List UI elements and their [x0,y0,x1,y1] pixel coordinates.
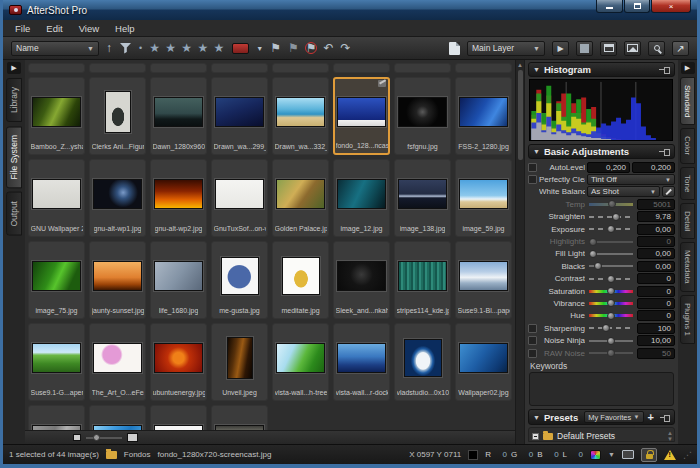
layers-icon[interactable] [449,42,460,55]
value-field[interactable]: 5001 [637,199,675,210]
panel-tab-plugins-1[interactable]: Plugins 1 [680,295,695,344]
slider-thumb[interactable] [589,250,597,258]
thumbnail-cell[interactable] [89,63,146,73]
collapse-triangle-icon[interactable]: ▼ [533,414,540,421]
dual-monitor-icon[interactable] [622,450,634,459]
eyedropper-icon[interactable] [662,186,675,197]
slider-noise-ninja[interactable] [589,340,633,342]
presets-favorites-dropdown[interactable]: My Favorites ▼ [584,411,643,423]
value-field[interactable]: 0 [637,298,675,309]
scroll-down-icon[interactable]: ▼ [667,436,673,442]
color-label-swatch[interactable] [232,43,249,54]
slider-vibrance[interactable] [589,302,633,305]
slider-temp[interactable] [589,203,633,206]
thumbnail-cell[interactable]: vladstudio...0x1004.jpg [394,323,451,401]
slider-thumb[interactable] [607,349,615,357]
value-field[interactable]: 0 [637,236,675,247]
thumbnail-cell[interactable]: gnu-alt-wp2.jpg [150,159,207,237]
thumbnail-cell[interactable]: Clerks Ani...Figure.jpg [89,77,146,155]
flag-finished-icon[interactable]: ⚑ [288,42,299,54]
pin-icon[interactable] [660,414,670,421]
thumbnail-cell[interactable]: Wallpaper02.jpg [455,323,512,401]
slider-thumb[interactable] [607,275,615,283]
slider-thumb[interactable] [612,213,620,221]
slider-thumb[interactable] [594,262,602,270]
filter-icon[interactable] [119,42,132,54]
value-field[interactable]: 0 [637,310,675,321]
slider-thumb[interactable] [589,238,597,246]
thumbnail-cell[interactable] [89,405,146,430]
preset-folder-row[interactable]: Default Presets [532,430,671,442]
thumbnail-cell[interactable]: GnuTuxSof...on-v1.jpg [211,159,268,237]
thumbnail-cell[interactable]: FSS-2_1280.jpg [455,77,512,155]
slider-blacks[interactable] [589,265,633,267]
thumbnail-cell[interactable]: Drawn_wa...299_.jpg [211,77,268,155]
fullscreen-icon[interactable]: ↗ [672,41,689,56]
thumbnail-cell[interactable]: image_12.jpg [333,159,390,237]
image-view-icon[interactable] [624,41,641,56]
checkbox-sharpening[interactable] [528,324,537,333]
thumbnail-cell[interactable]: Dawn_1280x960.jpg [150,77,207,155]
slider-highlights[interactable] [589,241,633,243]
basic-adjustments-header[interactable]: ▼ Basic Adjustments [528,144,675,159]
dropdown-perfectly-clear[interactable]: Tint Off▼ [587,174,675,185]
resize-grip[interactable]: ⋰ [683,450,691,460]
value-field[interactable]: 0,00 [637,224,675,235]
right-panel-expander[interactable]: ▶ [681,62,695,74]
thumbnail-cell[interactable] [28,405,85,430]
color-management-icon[interactable] [590,450,601,460]
large-thumbnails-icon[interactable] [127,433,138,442]
menu-item-help[interactable]: Help [107,21,143,36]
slider-thumb[interactable] [608,200,616,208]
menu-item-file[interactable]: File [7,21,38,36]
thumbnail-cell[interactable]: Sleek_and...nkahn.jpg [333,241,390,319]
slider-thumb[interactable] [607,287,615,295]
thumbnail-cell[interactable]: Suse9.1-G...apers.jpg [28,323,85,401]
warning-icon[interactable] [664,450,676,460]
pin-icon[interactable] [659,66,670,73]
thumbnail-cell[interactable]: ubuntuenergy.jpg [150,323,207,401]
thumbnail-cell[interactable]: stripes114_kde.jpg [394,241,451,319]
thumbnail-cell[interactable]: Unveil.jpeg [211,323,268,401]
scrollbar-thumb[interactable] [518,70,523,160]
collapse-triangle-icon[interactable]: ▼ [533,66,540,73]
thumbnail-cell[interactable]: Golden Palace.jpg [272,159,329,237]
browse-view-icon[interactable] [600,41,617,56]
sidebar-tab-library[interactable]: Library [6,78,22,122]
slider-exposure[interactable] [589,228,633,230]
thumbnail-cell[interactable]: vista-wall...h-tree.jpg [272,323,329,401]
thumbnail-cell[interactable]: image_75.jpg [28,241,85,319]
value-field[interactable]: 0,00 [637,261,675,272]
thumbnail-cell[interactable]: GNU Wallpaper 2.jpg [28,159,85,237]
value-field[interactable]: 9,78 [637,211,675,222]
minimize-button[interactable] [596,0,623,13]
lock-toggle[interactable] [641,448,657,462]
checkbox-autolevel[interactable] [528,163,537,172]
thumbnail-cell[interactable]: me-gusta.jpg [211,241,268,319]
left-panel-expander[interactable]: ▶ [7,62,21,74]
value-field[interactable]: 0 [637,286,675,297]
thumbnail-cell[interactable]: fsfgnu.jpg [394,77,451,155]
thumbnail-cell[interactable] [333,63,390,73]
panel-tab-detail[interactable]: Detail [680,203,695,239]
thumbnail-cell[interactable]: Drawn_wa...332_.jpg [272,77,329,155]
checkbox-perfectly-clear[interactable] [528,175,537,184]
star-rating-icons[interactable]: ★ ★ ★ ★ ★ [149,41,225,55]
slider-raw-noise[interactable] [589,352,633,354]
value-field[interactable]: 10,00 [637,335,675,346]
grid-scrollbar[interactable]: ▲ [515,60,524,444]
thumbnail-cell[interactable]: fondo_128...ncast.jpg [333,77,390,155]
layer-dropdown[interactable]: Main Layer ▼ [467,41,545,56]
flag-remove-icon[interactable]: ⚑ [306,42,317,54]
thumbnail-cell[interactable] [455,63,512,73]
thumbnail-cell[interactable] [211,63,268,73]
small-thumbnails-icon[interactable] [73,434,81,441]
color-label-caret-icon[interactable]: ▼ [256,45,263,52]
panel-tab-metadata[interactable]: Metadata [680,242,695,291]
value-field[interactable]: 0 [637,273,675,284]
pin-icon[interactable] [659,148,670,155]
no-rating-icon[interactable]: • [139,43,142,53]
thumbnail-cell[interactable]: jaunty-sunset.jpg [89,241,146,319]
sidebar-tab-output[interactable]: Output [6,192,22,236]
close-button[interactable]: × [651,0,691,13]
